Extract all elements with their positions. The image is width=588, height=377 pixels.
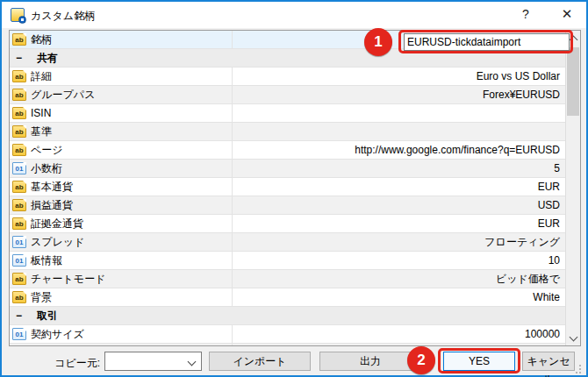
- text-property-icon: ab: [12, 89, 26, 101]
- text-property-icon: ab: [12, 125, 26, 138]
- dialog-title: カスタム銘柄: [31, 9, 95, 24]
- property-label: 基本通貨: [31, 180, 73, 195]
- property-label: グループパス: [31, 88, 95, 103]
- property-value[interactable]: USD: [232, 196, 565, 214]
- gear-icon: [18, 16, 26, 24]
- text-property-icon: ab: [12, 144, 26, 156]
- property-row[interactable]: ab基本通貨EUR: [10, 178, 565, 196]
- scrollbar-thumb[interactable]: [567, 47, 579, 116]
- property-row[interactable]: 01スプレッドフローティング: [10, 233, 565, 252]
- property-row[interactable]: ab損益通貨USD: [10, 196, 565, 215]
- property-value[interactable]: フローティング: [232, 233, 565, 251]
- numeric-property-icon: 01: [12, 328, 26, 340]
- property-label: チャートモード: [31, 272, 105, 287]
- property-table: ab銘柄−共有ab詳細Euro vs US DollarabグループパスFore…: [9, 30, 581, 346]
- property-table-rows: ab銘柄−共有ab詳細Euro vs US DollarabグループパスFore…: [10, 31, 565, 345]
- property-label: 銘柄: [31, 32, 52, 47]
- text-property-icon: ab: [12, 217, 26, 230]
- property-label-cell: abISIN: [10, 104, 232, 122]
- property-label-cell: ab背景: [10, 288, 232, 306]
- import-button[interactable]: インポート: [209, 352, 311, 371]
- copy-from-label: コピー元:: [46, 356, 100, 371]
- chevron-down-icon: [188, 358, 197, 366]
- text-property-icon: ab: [12, 199, 26, 211]
- property-label-cell: ab銘柄: [10, 31, 232, 48]
- property-value[interactable]: EUR: [232, 178, 565, 196]
- property-label-cell: 01小数桁: [10, 160, 232, 177]
- property-value[interactable]: EUR: [232, 215, 565, 232]
- symbol-name-input[interactable]: [404, 33, 570, 51]
- property-value[interactable]: [232, 123, 565, 140]
- property-label: 証拠金通貨: [31, 217, 83, 231]
- property-label: 背景: [31, 290, 52, 305]
- property-label-cell: abチャートモード: [10, 270, 232, 288]
- property-value[interactable]: ビッド価格で: [232, 270, 565, 288]
- property-value[interactable]: 10: [232, 252, 565, 269]
- annotation-step-1-badge: 1: [364, 28, 392, 56]
- annotation-step-2-badge: 2: [407, 346, 435, 374]
- property-label: 板情報: [31, 253, 62, 268]
- property-label-cell: abグループパス: [10, 86, 232, 103]
- property-value[interactable]: Euro vs US Dollar: [232, 68, 565, 85]
- property-value[interactable]: White: [232, 288, 565, 306]
- property-label-cell: ab損益通貨: [10, 196, 232, 214]
- property-label-cell: ab: [10, 344, 232, 345]
- property-label-cell: 01契約サイズ: [10, 325, 232, 343]
- text-property-icon: ab: [12, 33, 26, 46]
- property-label-cell: abページ: [10, 141, 232, 159]
- text-property-icon: ab: [12, 107, 26, 119]
- property-row[interactable]: abページhttp://www.google.com/finance?q=EUR…: [10, 141, 565, 160]
- section-row[interactable]: −取引: [10, 307, 565, 325]
- scroll-down-icon[interactable]: [566, 331, 580, 345]
- property-row[interactable]: 01契約サイズ100000: [10, 325, 565, 344]
- title-bar: カスタム銘柄 ? ✕: [2, 2, 586, 28]
- property-label-cell: ab証拠金通貨: [10, 215, 232, 232]
- property-label: 基準: [31, 124, 52, 139]
- numeric-property-icon: 01: [12, 236, 26, 248]
- property-label: 損益通貨: [31, 198, 73, 213]
- property-value[interactable]: [232, 104, 565, 122]
- property-value[interactable]: http://www.google.com/finance?q=EURUSD: [232, 141, 565, 159]
- text-property-icon: ab: [12, 70, 26, 82]
- property-row[interactable]: ab詳細Euro vs US Dollar: [10, 68, 565, 86]
- resize-grip[interactable]: [572, 365, 581, 373]
- property-row[interactable]: ab: [10, 344, 565, 345]
- property-value[interactable]: [232, 344, 565, 345]
- export-button[interactable]: 出力: [319, 352, 421, 371]
- collapse-icon[interactable]: −: [16, 309, 28, 322]
- section-label: 共有: [37, 51, 58, 66]
- section-label: 取引: [37, 309, 58, 324]
- property-value[interactable]: 100000: [232, 325, 565, 343]
- property-label: ISIN: [31, 107, 51, 119]
- property-row[interactable]: abグループパスForex¥EURUSD: [10, 86, 565, 104]
- copy-from-select[interactable]: [104, 352, 202, 371]
- property-label: スプレッド: [31, 235, 84, 250]
- property-label-cell: ab基準: [10, 123, 232, 140]
- property-row[interactable]: abチャートモードビッド価格で: [10, 270, 565, 288]
- property-row[interactable]: 01小数桁5: [10, 160, 565, 178]
- property-label: 契約サイズ: [31, 327, 84, 342]
- property-label-cell: 01スプレッド: [10, 233, 232, 251]
- property-row[interactable]: ab基準: [10, 123, 565, 141]
- collapse-icon[interactable]: −: [16, 52, 28, 64]
- close-button[interactable]: ✕: [556, 6, 577, 24]
- annotation-highlight-box-2: [438, 348, 520, 373]
- property-row[interactable]: ab背景White: [10, 288, 565, 307]
- property-label: ページ: [31, 143, 63, 158]
- property-value[interactable]: Forex¥EURUSD: [232, 86, 565, 103]
- custom-symbol-dialog: カスタム銘柄 ? ✕ ab銘柄−共有ab詳細Euro vs US Dollara…: [0, 0, 588, 377]
- property-row[interactable]: 01板情報10: [10, 252, 565, 270]
- property-label-cell: ab基本通貨: [10, 178, 232, 196]
- property-label-cell: ab詳細: [10, 68, 232, 85]
- help-button[interactable]: ?: [516, 7, 535, 23]
- cancel-button[interactable]: キャンセル: [522, 352, 575, 371]
- property-value[interactable]: 5: [232, 160, 565, 177]
- property-label: 小数桁: [31, 161, 62, 176]
- numeric-property-icon: 01: [12, 162, 26, 174]
- property-row[interactable]: ab証拠金通貨EUR: [10, 215, 565, 233]
- property-row[interactable]: abISIN: [10, 104, 565, 123]
- vertical-scrollbar[interactable]: [565, 31, 580, 345]
- text-property-icon: ab: [12, 181, 26, 193]
- property-label-cell: 01板情報: [10, 252, 232, 269]
- text-property-icon: ab: [12, 273, 26, 285]
